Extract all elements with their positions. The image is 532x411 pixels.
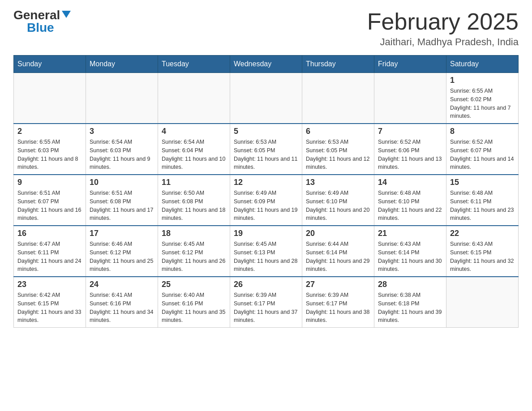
day-info: Sunrise: 6:51 AM Sunset: 6:07 PM Dayligh…: [17, 189, 82, 223]
day-number: 11: [162, 178, 226, 187]
table-row: [230, 73, 302, 124]
day-info: Sunrise: 6:45 AM Sunset: 6:13 PM Dayligh…: [234, 240, 298, 274]
day-info: Sunrise: 6:44 AM Sunset: 6:14 PM Dayligh…: [306, 240, 370, 274]
table-row: 19Sunrise: 6:45 AM Sunset: 6:13 PM Dayli…: [230, 226, 302, 277]
day-number: 26: [234, 280, 298, 289]
day-number: 5: [234, 127, 298, 136]
day-info: Sunrise: 6:47 AM Sunset: 6:11 PM Dayligh…: [17, 240, 82, 274]
day-number: 12: [234, 178, 298, 187]
day-number: 6: [306, 127, 370, 136]
day-info: Sunrise: 6:38 AM Sunset: 6:18 PM Dayligh…: [378, 291, 442, 325]
table-row: 20Sunrise: 6:44 AM Sunset: 6:14 PM Dayli…: [302, 226, 374, 277]
day-number: 19: [234, 229, 298, 238]
col-wednesday: Wednesday: [230, 56, 302, 73]
col-thursday: Thursday: [302, 56, 374, 73]
calendar-table: Sunday Monday Tuesday Wednesday Thursday…: [13, 55, 519, 328]
table-row: 6Sunrise: 6:53 AM Sunset: 6:05 PM Daylig…: [302, 124, 374, 175]
day-number: 1: [450, 76, 515, 85]
logo-blue-text: Blue: [27, 21, 54, 34]
day-info: Sunrise: 6:39 AM Sunset: 6:17 PM Dayligh…: [234, 291, 298, 325]
col-sunday: Sunday: [14, 56, 86, 73]
day-number: 14: [378, 178, 442, 187]
day-number: 22: [450, 229, 515, 238]
col-saturday: Saturday: [446, 56, 519, 73]
table-row: 3Sunrise: 6:54 AM Sunset: 6:03 PM Daylig…: [86, 124, 158, 175]
table-row: 1Sunrise: 6:55 AM Sunset: 6:02 PM Daylig…: [446, 73, 519, 124]
day-info: Sunrise: 6:43 AM Sunset: 6:15 PM Dayligh…: [450, 240, 515, 274]
day-info: Sunrise: 6:45 AM Sunset: 6:12 PM Dayligh…: [162, 240, 226, 274]
day-number: 15: [450, 178, 515, 187]
day-number: 28: [378, 280, 442, 289]
day-info: Sunrise: 6:54 AM Sunset: 6:03 PM Dayligh…: [90, 138, 154, 171]
table-row: 18Sunrise: 6:45 AM Sunset: 6:12 PM Dayli…: [158, 226, 230, 277]
day-number: 24: [90, 280, 154, 289]
table-row: 24Sunrise: 6:41 AM Sunset: 6:16 PM Dayli…: [86, 277, 158, 328]
table-row: 12Sunrise: 6:49 AM Sunset: 6:09 PM Dayli…: [230, 175, 302, 226]
table-row: 22Sunrise: 6:43 AM Sunset: 6:15 PM Dayli…: [446, 226, 519, 277]
table-row: [14, 73, 86, 124]
day-info: Sunrise: 6:41 AM Sunset: 6:16 PM Dayligh…: [90, 291, 154, 325]
day-info: Sunrise: 6:48 AM Sunset: 6:11 PM Dayligh…: [450, 189, 515, 223]
calendar-week-row: 2Sunrise: 6:55 AM Sunset: 6:03 PM Daylig…: [14, 124, 519, 175]
day-info: Sunrise: 6:55 AM Sunset: 6:02 PM Dayligh…: [450, 87, 515, 120]
table-row: [374, 73, 446, 124]
day-number: 25: [162, 280, 226, 289]
day-number: 18: [162, 229, 226, 238]
day-info: Sunrise: 6:48 AM Sunset: 6:10 PM Dayligh…: [378, 189, 442, 223]
day-number: 4: [162, 127, 226, 136]
day-info: Sunrise: 6:49 AM Sunset: 6:09 PM Dayligh…: [234, 189, 298, 223]
table-row: [86, 73, 158, 124]
col-friday: Friday: [374, 56, 446, 73]
table-row: [158, 73, 230, 124]
table-row: 4Sunrise: 6:54 AM Sunset: 6:04 PM Daylig…: [158, 124, 230, 175]
day-number: 21: [378, 229, 442, 238]
day-number: 13: [306, 178, 370, 187]
day-number: 27: [306, 280, 370, 289]
table-row: 15Sunrise: 6:48 AM Sunset: 6:11 PM Dayli…: [446, 175, 519, 226]
calendar-week-row: 9Sunrise: 6:51 AM Sunset: 6:07 PM Daylig…: [14, 175, 519, 226]
day-number: 3: [90, 127, 154, 136]
title-block: February 2025 Jaithari, Madhya Pradesh, …: [367, 9, 519, 48]
location-title: Jaithari, Madhya Pradesh, India: [367, 36, 519, 48]
table-row: 28Sunrise: 6:38 AM Sunset: 6:18 PM Dayli…: [374, 277, 446, 328]
day-info: Sunrise: 6:42 AM Sunset: 6:15 PM Dayligh…: [17, 291, 82, 325]
table-row: 26Sunrise: 6:39 AM Sunset: 6:17 PM Dayli…: [230, 277, 302, 328]
table-row: [302, 73, 374, 124]
day-number: 23: [17, 280, 82, 289]
day-number: 10: [90, 178, 154, 187]
table-row: 21Sunrise: 6:43 AM Sunset: 6:14 PM Dayli…: [374, 226, 446, 277]
day-info: Sunrise: 6:55 AM Sunset: 6:03 PM Dayligh…: [17, 138, 82, 171]
table-row: 2Sunrise: 6:55 AM Sunset: 6:03 PM Daylig…: [14, 124, 86, 175]
calendar-week-row: 23Sunrise: 6:42 AM Sunset: 6:15 PM Dayli…: [14, 277, 519, 328]
calendar-header-row: Sunday Monday Tuesday Wednesday Thursday…: [14, 56, 519, 73]
day-info: Sunrise: 6:43 AM Sunset: 6:14 PM Dayligh…: [378, 240, 442, 274]
logo-triangle-icon: [62, 11, 71, 18]
day-info: Sunrise: 6:39 AM Sunset: 6:17 PM Dayligh…: [306, 291, 370, 325]
day-info: Sunrise: 6:40 AM Sunset: 6:16 PM Dayligh…: [162, 291, 226, 325]
day-info: Sunrise: 6:51 AM Sunset: 6:08 PM Dayligh…: [90, 189, 154, 223]
table-row: 25Sunrise: 6:40 AM Sunset: 6:16 PM Dayli…: [158, 277, 230, 328]
day-info: Sunrise: 6:53 AM Sunset: 6:05 PM Dayligh…: [234, 138, 298, 171]
day-info: Sunrise: 6:49 AM Sunset: 6:10 PM Dayligh…: [306, 189, 370, 223]
logo-general-text: General: [13, 9, 60, 21]
table-row: 14Sunrise: 6:48 AM Sunset: 6:10 PM Dayli…: [374, 175, 446, 226]
calendar-week-row: 16Sunrise: 6:47 AM Sunset: 6:11 PM Dayli…: [14, 226, 519, 277]
table-row: 9Sunrise: 6:51 AM Sunset: 6:07 PM Daylig…: [14, 175, 86, 226]
logo: General Blue: [13, 9, 71, 34]
calendar-week-row: 1Sunrise: 6:55 AM Sunset: 6:02 PM Daylig…: [14, 73, 519, 124]
day-number: 7: [378, 127, 442, 136]
table-row: 8Sunrise: 6:52 AM Sunset: 6:07 PM Daylig…: [446, 124, 519, 175]
table-row: 23Sunrise: 6:42 AM Sunset: 6:15 PM Dayli…: [14, 277, 86, 328]
day-info: Sunrise: 6:53 AM Sunset: 6:05 PM Dayligh…: [306, 138, 370, 171]
table-row: 7Sunrise: 6:52 AM Sunset: 6:06 PM Daylig…: [374, 124, 446, 175]
day-number: 20: [306, 229, 370, 238]
month-title: February 2025: [367, 9, 519, 34]
day-number: 2: [17, 127, 82, 136]
day-info: Sunrise: 6:54 AM Sunset: 6:04 PM Dayligh…: [162, 138, 226, 171]
col-monday: Monday: [86, 56, 158, 73]
table-row: 16Sunrise: 6:47 AM Sunset: 6:11 PM Dayli…: [14, 226, 86, 277]
col-tuesday: Tuesday: [158, 56, 230, 73]
table-row: 13Sunrise: 6:49 AM Sunset: 6:10 PM Dayli…: [302, 175, 374, 226]
table-row: 5Sunrise: 6:53 AM Sunset: 6:05 PM Daylig…: [230, 124, 302, 175]
day-number: 17: [90, 229, 154, 238]
